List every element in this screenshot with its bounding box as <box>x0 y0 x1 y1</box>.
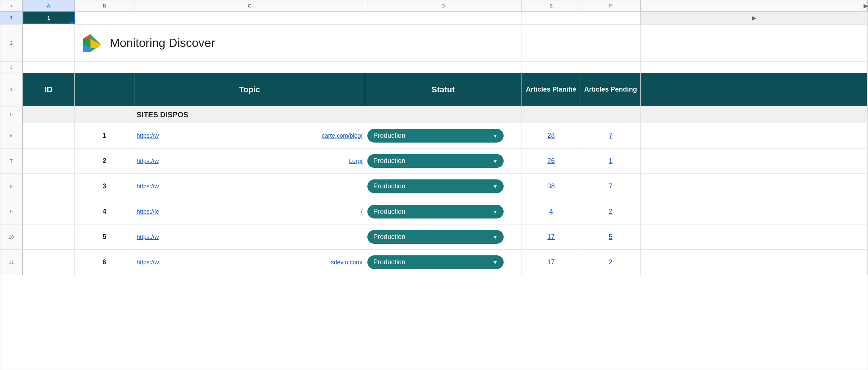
column-headers: ▲ A B C D E F ▶ <box>0 0 868 12</box>
cell-planifie-2[interactable]: 26 <box>521 149 581 173</box>
cell-a10 <box>23 224 75 249</box>
cell-pending-3[interactable]: 7 <box>581 174 641 199</box>
cell-planifie-6[interactable]: 17 <box>521 250 581 275</box>
header-id: ID <box>23 73 75 106</box>
url-start-4[interactable]: https://le <box>137 208 159 215</box>
col-header-c[interactable]: C <box>134 0 365 11</box>
url-start-1[interactable]: https://w <box>137 133 159 139</box>
cell-id-2: 2 <box>75 149 134 173</box>
col-header-e[interactable]: E <box>521 0 581 11</box>
cell-url-1[interactable]: https://w carte.com/blog/ <box>134 123 365 148</box>
cell-handle[interactable] <box>70 22 74 24</box>
row-1: 1 1 ▶ <box>0 12 868 25</box>
row-number-8: 8 <box>0 174 23 199</box>
cell-e1 <box>521 12 581 24</box>
row-number-10: 10 <box>0 224 23 249</box>
col-header-f[interactable]: F <box>581 0 641 11</box>
row-number-7: 7 <box>0 149 23 173</box>
cell-planifie-1[interactable]: 28 <box>521 123 581 148</box>
row-8: 8 3 https://w Production ▼ 38 7 <box>0 174 868 199</box>
cell-id-4: 4 <box>75 199 134 224</box>
cell-rest-10 <box>641 224 868 249</box>
header-articles-pending: Articles Pending <box>581 73 641 106</box>
logo-area: Monitoring Discover <box>77 31 215 55</box>
cell-rest-9 <box>641 199 868 224</box>
cell-planifie-3[interactable]: 38 <box>521 174 581 199</box>
row-5-sites-dispos: 5 SITES DISPOS <box>0 106 868 123</box>
col-header-rest: ▶ <box>641 0 868 11</box>
dropdown-arrow-5: ▼ <box>492 234 498 240</box>
cell-a1[interactable]: 1 <box>23 12 75 24</box>
col-header-b[interactable]: B <box>75 0 134 11</box>
cell-planifie-5[interactable]: 17 <box>521 224 581 249</box>
cell-f1 <box>581 12 641 24</box>
cell-a11 <box>23 250 75 275</box>
cell-statut-2: Production ▼ <box>365 149 521 173</box>
col-header-a[interactable]: A <box>23 0 75 11</box>
cell-f3 <box>581 62 641 73</box>
row-4-table-header: 4 ID Topic Statut Articles Planifié Arti… <box>0 73 868 106</box>
cell-id-5: 5 <box>75 224 134 249</box>
cell-url-3[interactable]: https://w <box>134 174 365 199</box>
cell-e3 <box>521 62 581 73</box>
cell-a7 <box>23 149 75 173</box>
cell-pending-1[interactable]: 7 <box>581 123 641 148</box>
cell-pending-6[interactable]: 2 <box>581 250 641 275</box>
cell-a8 <box>23 174 75 199</box>
cell-planifie-4[interactable]: 4 <box>521 199 581 224</box>
col-header-d[interactable]: D <box>365 0 521 11</box>
url-start-5[interactable]: https://w <box>137 234 159 240</box>
rows-area: 1 1 ▶ 2 <box>0 12 868 370</box>
cell-b1 <box>75 12 134 24</box>
sites-dispos-label: SITES DISPOS <box>134 106 365 123</box>
cell-pending-5[interactable]: 5 <box>581 224 641 249</box>
svg-marker-2 <box>83 34 90 39</box>
url-start-6[interactable]: https://w <box>137 259 159 266</box>
row-number-11: 11 <box>0 250 23 275</box>
header-articles-planifie: Articles Planifié <box>521 73 581 106</box>
url-end-4[interactable]: / <box>361 208 363 215</box>
cell-rest-2 <box>641 25 868 61</box>
cell-d2 <box>365 25 521 61</box>
cell-e2 <box>521 25 581 61</box>
app-title: Monitoring Discover <box>110 36 215 50</box>
spreadsheet: ▲ A B C D E F ▶ 1 1 ▶ <box>0 0 868 370</box>
cell-id-3: 3 <box>75 174 134 199</box>
cell-statut-4: Production ▼ <box>365 199 521 224</box>
url-start-3[interactable]: https://w <box>137 183 159 190</box>
dropdown-arrow-4: ▼ <box>492 209 498 215</box>
cell-a6 <box>23 123 75 148</box>
url-end-1[interactable]: carte.com/blog/ <box>322 133 363 139</box>
row-10: 10 5 https://w Production ▼ 17 5 <box>0 224 868 250</box>
row-number-3: 3 <box>0 62 23 73</box>
cell-pending-2[interactable]: 1 <box>581 149 641 173</box>
cell-statut-6: Production ▼ <box>365 250 521 275</box>
cell-url-5[interactable]: https://w <box>134 224 365 249</box>
cell-rest-3 <box>641 62 868 73</box>
cell-pending-4[interactable]: 2 <box>581 199 641 224</box>
url-end-2[interactable]: t.org/ <box>349 158 363 165</box>
production-badge-3[interactable]: Production ▼ <box>367 179 504 193</box>
header-topic: Topic <box>134 73 365 106</box>
url-start-2[interactable]: https://w <box>137 158 159 165</box>
cell-url-4[interactable]: https://le / <box>134 199 365 224</box>
row-number-2: 2 <box>0 25 23 61</box>
row-number-9: 9 <box>0 199 23 224</box>
cell-d1 <box>365 12 521 24</box>
production-badge-1[interactable]: Production ▼ <box>367 129 504 143</box>
cell-url-6[interactable]: https://w sdevin.com/ <box>134 250 365 275</box>
dropdown-arrow-2: ▼ <box>492 158 498 164</box>
cell-a9 <box>23 199 75 224</box>
header-rest <box>641 73 868 106</box>
cell-url-2[interactable]: https://w t.org/ <box>134 149 365 173</box>
production-badge-4[interactable]: Production ▼ <box>367 205 504 219</box>
production-badge-5[interactable]: Production ▼ <box>367 230 504 244</box>
header-statut: Statut <box>365 73 521 106</box>
row-number-1: 1 <box>0 12 23 24</box>
production-badge-2[interactable]: Production ▼ <box>367 154 504 168</box>
url-end-6[interactable]: sdevin.com/ <box>331 259 363 266</box>
production-badge-6[interactable]: Production ▼ <box>367 255 504 269</box>
cell-d3 <box>365 62 521 73</box>
row-number-5: 5 <box>0 106 23 123</box>
cell-rest-8 <box>641 174 868 199</box>
